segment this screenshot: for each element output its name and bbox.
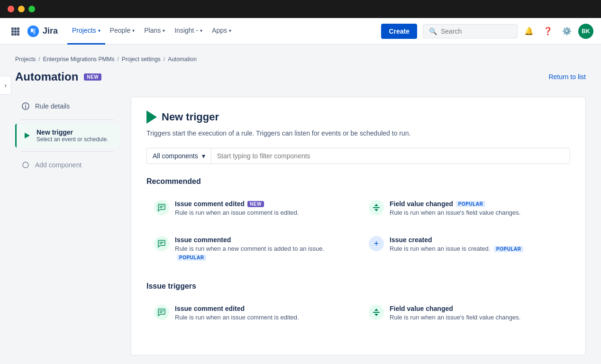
trigger-card-issue-comment-edited-2[interactable]: Issue comment edited Rule is run when an…: [146, 298, 355, 328]
help-button[interactable]: ❓: [540, 24, 555, 39]
chevron-down-icon: ▾: [163, 28, 165, 33]
grid-icon[interactable]: [8, 24, 23, 39]
trigger-card-title: Field value changed POPULAR: [390, 200, 563, 208]
sidebar-item-new-trigger[interactable]: New trigger Select an event or schedule.: [15, 124, 119, 147]
breadcrumb-projects[interactable]: Projects: [15, 56, 36, 63]
info-icon: [21, 101, 30, 111]
page-title-row: Automation NEW: [15, 70, 101, 83]
maximize-dot[interactable]: [28, 6, 35, 12]
trigger-card-desc: Rule is run when an issue comment is edi…: [175, 209, 348, 217]
svg-point-10: [25, 104, 26, 105]
recommended-grid: Issue comment edited NEW Rule is run whe…: [146, 193, 570, 269]
popular-badge: POPULAR: [177, 255, 206, 261]
search-input[interactable]: [441, 27, 507, 35]
trigger-card-content: Issue comment edited Rule is run when an…: [175, 305, 348, 322]
dropdown-label: All components: [153, 152, 198, 160]
add-component-label: Add component: [35, 161, 82, 169]
breadcrumb: Projects / Enterprise Migrations PMMs / …: [15, 56, 586, 63]
trigger-card-content: Field value changed Rule is run when an …: [390, 305, 563, 322]
svg-rect-4: [14, 30, 17, 33]
trigger-card-desc: Rule is run when an issue is created. PO…: [390, 245, 563, 253]
nav-item-apps[interactable]: Apps ▾: [207, 18, 236, 45]
comment-icon: [154, 305, 169, 320]
new-badge: NEW: [247, 201, 264, 207]
nav-item-insight[interactable]: Insight - ▾: [170, 18, 207, 45]
chevron-down-icon: ▾: [200, 28, 202, 33]
trigger-card-desc: Rule is run when an issue comment is edi…: [175, 313, 348, 322]
chevron-down-icon: ▾: [229, 28, 231, 33]
page-header: Automation NEW Return to list: [15, 70, 586, 83]
chevron-down-icon: ▾: [132, 28, 135, 33]
trigger-card-issue-comment-edited[interactable]: Issue comment edited NEW Rule is run whe…: [146, 193, 355, 224]
trigger-description: Triggers start the execution of a rule. …: [146, 128, 570, 138]
breadcrumb-enterprise[interactable]: Enterprise Migrations PMMs: [43, 56, 115, 63]
search-icon: 🔍: [429, 27, 437, 35]
nav-item-projects[interactable]: Projects ▾: [67, 18, 105, 45]
sidebar-item-label: Rule details: [35, 102, 70, 110]
chevron-right-icon: ›: [4, 82, 7, 89]
notifications-button[interactable]: 🔔: [521, 24, 537, 39]
trigger-card-issue-created[interactable]: + Issue created Rule is run when an issu…: [361, 229, 570, 268]
field-value-icon: [369, 305, 384, 320]
svg-rect-6: [11, 33, 14, 36]
trigger-card-content: Field value changed POPULAR Rule is run …: [390, 200, 563, 217]
trigger-play-icon: [146, 110, 157, 124]
trigger-card-desc: Rule is run when an issue's field value …: [390, 313, 563, 322]
close-dot[interactable]: [8, 6, 14, 12]
trigger-card-field-value-changed-2[interactable]: Field value changed Rule is run when an …: [361, 298, 570, 328]
content-wrapper: Projects / Enterprise Migrations PMMs / …: [0, 45, 601, 364]
svg-marker-11: [25, 133, 30, 138]
svg-rect-0: [11, 27, 14, 30]
create-button[interactable]: Create: [381, 24, 417, 39]
sidebar-item-label: New trigger: [36, 128, 108, 136]
sidebar-item-content: New trigger Select an event or schedule.: [36, 128, 108, 143]
trigger-card-title: Issue comment edited: [175, 305, 348, 312]
filter-components-input[interactable]: [211, 148, 570, 164]
chevron-down-icon: ▾: [202, 152, 205, 160]
sidebar-toggle-button[interactable]: ›: [0, 76, 11, 95]
sidebar-divider: [21, 119, 114, 120]
breadcrumb-current: Automation: [168, 56, 197, 63]
settings-button[interactable]: ⚙️: [559, 24, 574, 39]
title-bar: [0, 0, 601, 18]
svg-point-12: [23, 162, 28, 168]
comment-icon: [154, 200, 169, 215]
breadcrumb-project-settings[interactable]: Project settings: [122, 56, 161, 63]
sidebar-divider-2: [21, 151, 114, 152]
filter-row: All components ▾: [146, 148, 570, 164]
avatar[interactable]: BK: [578, 24, 593, 39]
svg-rect-1: [14, 27, 17, 30]
play-icon: [22, 131, 32, 140]
trigger-header: New trigger: [146, 110, 570, 124]
trigger-card-title: Issue created: [390, 236, 563, 244]
trigger-card-field-value-changed[interactable]: Field value changed POPULAR Rule is run …: [361, 193, 570, 224]
trigger-card-content: Issue commented Rule is run when a new c…: [175, 236, 348, 262]
svg-rect-7: [14, 33, 17, 36]
nav-item-plans[interactable]: Plans ▾: [139, 18, 170, 45]
trigger-card-title: Issue comment edited NEW: [175, 200, 348, 208]
minimize-dot[interactable]: [18, 6, 25, 12]
comment-icon: [154, 236, 169, 251]
return-to-list-link[interactable]: Return to list: [548, 73, 586, 81]
nav-item-people[interactable]: People ▾: [105, 18, 140, 45]
svg-rect-2: [17, 27, 19, 30]
trigger-card-issue-commented[interactable]: Issue commented Rule is run when a new c…: [146, 229, 355, 268]
svg-rect-8: [17, 33, 19, 36]
nav-menu: Projects ▾ People ▾ Plans ▾ Insight - ▾ …: [67, 18, 381, 45]
recommended-heading: Recommended: [146, 177, 570, 186]
trigger-title: New trigger: [162, 111, 219, 123]
svg-rect-3: [11, 30, 14, 33]
right-panel: New trigger Triggers start the execution…: [131, 97, 586, 355]
breadcrumb-separator: /: [164, 56, 165, 63]
jira-logo[interactable]: Jira: [27, 25, 58, 38]
navbar: Jira Projects ▾ People ▾ Plans ▾ Insight…: [0, 18, 601, 45]
trigger-card-content: Issue comment edited NEW Rule is run whe…: [175, 200, 348, 217]
field-value-icon: [369, 200, 384, 215]
issue-triggers-grid: Issue comment edited Rule is run when an…: [146, 298, 570, 328]
breadcrumb-separator: /: [38, 56, 40, 63]
sidebar-item-rule-details[interactable]: Rule details: [15, 97, 119, 116]
search-bar[interactable]: 🔍: [423, 24, 518, 38]
brand-name: Jira: [43, 26, 58, 36]
sidebar-item-add-component[interactable]: Add component: [15, 155, 119, 174]
all-components-dropdown[interactable]: All components ▾: [146, 148, 211, 164]
